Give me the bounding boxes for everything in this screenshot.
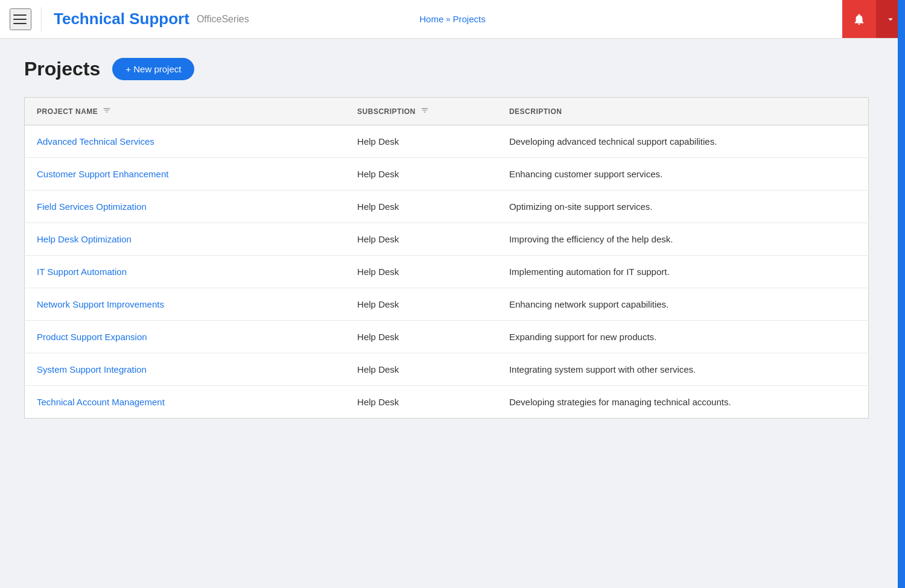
- table-row: Field Services OptimizationHelp DeskOpti…: [25, 191, 869, 223]
- column-header-project-name: PROJECT NAME: [25, 98, 346, 125]
- table-wrapper: PROJECT NAME SUBSCRIPTION: [24, 97, 869, 419]
- hamburger-line-3: [13, 23, 27, 24]
- description-cell: Improving the efficiency of the help des…: [497, 223, 869, 256]
- table-header-row: PROJECT NAME SUBSCRIPTION: [25, 98, 869, 125]
- project-name-cell: Field Services Optimization: [25, 191, 346, 223]
- project-name-link[interactable]: IT Support Automation: [37, 267, 127, 277]
- project-name-cell: Customer Support Enhancement: [25, 158, 346, 191]
- sidebar-scrollbar-bar: [898, 0, 905, 588]
- subscription-filter-icon[interactable]: [421, 106, 429, 116]
- table-body: Advanced Technical ServicesHelp DeskDeve…: [25, 125, 869, 419]
- description-cell: Optimizing on-site support services.: [497, 191, 869, 223]
- subscription-cell: Help Desk: [345, 191, 497, 223]
- project-name-link[interactable]: Product Support Expansion: [37, 332, 147, 342]
- project-name-cell: IT Support Automation: [25, 256, 346, 288]
- projects-table: PROJECT NAME SUBSCRIPTION: [24, 97, 869, 419]
- description-cell: Expanding support for new products.: [497, 321, 869, 353]
- bell-icon: [853, 13, 866, 26]
- table-row: System Support IntegrationHelp DeskInteg…: [25, 353, 869, 386]
- subscription-cell: Help Desk: [345, 256, 497, 288]
- table-row: IT Support AutomationHelp DeskImplementi…: [25, 256, 869, 288]
- description-cell: Implementing automation for IT support.: [497, 256, 869, 288]
- hamburger-line-2: [13, 19, 27, 20]
- breadcrumb: Home » Projects: [419, 14, 485, 24]
- subscription-cell: Help Desk: [345, 288, 497, 321]
- subscription-cell: Help Desk: [345, 321, 497, 353]
- project-name-link[interactable]: Customer Support Enhancement: [37, 169, 168, 179]
- page-title: Projects: [24, 58, 100, 80]
- table-row: Product Support ExpansionHelp DeskExpand…: [25, 321, 869, 353]
- description-cell: Developing strategies for managing techn…: [497, 386, 869, 419]
- subscription-cell: Help Desk: [345, 386, 497, 419]
- column-header-description: DESCRIPTION: [497, 98, 869, 125]
- app-header: Technical Support OfficeSeries Home » Pr…: [0, 0, 905, 39]
- table-row: Customer Support EnhancementHelp DeskEnh…: [25, 158, 869, 191]
- subscription-cell: Help Desk: [345, 223, 497, 256]
- project-name-filter-icon[interactable]: [103, 106, 111, 116]
- header-divider: [41, 7, 42, 31]
- table-row: Network Support ImprovementsHelp DeskEnh…: [25, 288, 869, 321]
- breadcrumb-current: Projects: [453, 14, 486, 24]
- main-content: Projects + New project PROJECT NAME: [0, 39, 905, 438]
- project-name-cell: System Support Integration: [25, 353, 346, 386]
- description-cell: Integrating system support with other se…: [497, 353, 869, 386]
- project-name-link[interactable]: Advanced Technical Services: [37, 136, 154, 147]
- new-project-button[interactable]: + New project: [112, 58, 194, 80]
- project-name-cell: Help Desk Optimization: [25, 223, 346, 256]
- page-header: Projects + New project: [24, 58, 881, 80]
- project-name-link[interactable]: Network Support Improvements: [37, 299, 164, 309]
- project-name-link[interactable]: Technical Account Management: [37, 397, 165, 407]
- table-row: Help Desk OptimizationHelp DeskImproving…: [25, 223, 869, 256]
- description-cell: Enhancing customer support services.: [497, 158, 869, 191]
- project-name-cell: Network Support Improvements: [25, 288, 346, 321]
- subscription-cell: Help Desk: [345, 158, 497, 191]
- hamburger-menu-button[interactable]: [10, 8, 31, 30]
- project-name-cell: Advanced Technical Services: [25, 125, 346, 158]
- table-header: PROJECT NAME SUBSCRIPTION: [25, 98, 869, 125]
- breadcrumb-separator: »: [446, 14, 450, 24]
- new-project-button-label: + New project: [125, 64, 181, 74]
- header-actions: [842, 0, 905, 38]
- subscription-cell: Help Desk: [345, 353, 497, 386]
- table-row: Technical Account ManagementHelp DeskDev…: [25, 386, 869, 419]
- column-header-subscription: SUBSCRIPTION: [345, 98, 497, 125]
- breadcrumb-home[interactable]: Home: [419, 14, 443, 24]
- description-cell: Enhancing network support capabilities.: [497, 288, 869, 321]
- description-cell: Developing advanced technical support ca…: [497, 125, 869, 158]
- project-name-link[interactable]: Help Desk Optimization: [37, 234, 132, 244]
- table-row: Advanced Technical ServicesHelp DeskDeve…: [25, 125, 869, 158]
- project-name-link[interactable]: Field Services Optimization: [37, 201, 147, 212]
- project-name-cell: Technical Account Management: [25, 386, 346, 419]
- subscription-cell: Help Desk: [345, 125, 497, 158]
- chevron-down-icon: [885, 14, 896, 25]
- app-title: Technical Support: [54, 10, 189, 28]
- notification-button[interactable]: [842, 0, 876, 38]
- project-name-cell: Product Support Expansion: [25, 321, 346, 353]
- hamburger-line-1: [13, 14, 27, 16]
- project-name-link[interactable]: System Support Integration: [37, 364, 147, 375]
- app-subtitle: OfficeSeries: [197, 14, 249, 25]
